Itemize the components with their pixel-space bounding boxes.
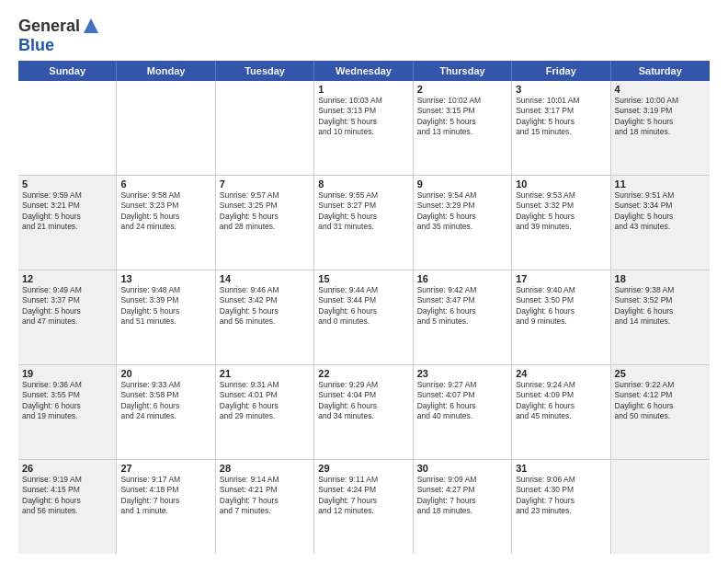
day-number: 6 <box>120 178 210 190</box>
cell-info: Sunrise: 10:00 AM Sunset: 3:19 PM Daylig… <box>615 96 706 138</box>
calendar-cell: 9Sunrise: 9:54 AM Sunset: 3:29 PM Daylig… <box>414 176 512 270</box>
calendar-cell: 4Sunrise: 10:00 AM Sunset: 3:19 PM Dayli… <box>611 81 710 175</box>
calendar-cell: 8Sunrise: 9:55 AM Sunset: 3:27 PM Daylig… <box>314 176 413 270</box>
calendar: SundayMondayTuesdayWednesdayThursdayFrid… <box>18 61 710 554</box>
calendar-week: 5Sunrise: 9:59 AM Sunset: 3:21 PM Daylig… <box>18 176 710 270</box>
page: General Blue SundayMondayTuesdayWednesda… <box>0 0 728 563</box>
day-number: 31 <box>516 463 606 474</box>
svg-marker-1 <box>84 24 98 33</box>
calendar-body: 1Sunrise: 10:03 AM Sunset: 3:13 PM Dayli… <box>18 81 710 554</box>
cell-info: Sunrise: 9:24 AM Sunset: 4:09 PM Dayligh… <box>516 380 606 422</box>
calendar-cell: 11Sunrise: 9:51 AM Sunset: 3:34 PM Dayli… <box>611 176 710 270</box>
weekday-header: Monday <box>117 61 215 81</box>
calendar-cell: 27Sunrise: 9:17 AM Sunset: 4:18 PM Dayli… <box>117 460 215 554</box>
calendar-cell: 18Sunrise: 9:38 AM Sunset: 3:52 PM Dayli… <box>611 270 710 364</box>
cell-info: Sunrise: 9:14 AM Sunset: 4:21 PM Dayligh… <box>220 475 310 517</box>
day-number: 13 <box>120 273 210 284</box>
logo-general: General <box>18 17 80 36</box>
day-number: 17 <box>516 273 606 284</box>
cell-info: Sunrise: 9:46 AM Sunset: 3:42 PM Dayligh… <box>220 285 310 327</box>
cell-info: Sunrise: 9:48 AM Sunset: 3:39 PM Dayligh… <box>120 285 210 327</box>
calendar-cell: 23Sunrise: 9:27 AM Sunset: 4:07 PM Dayli… <box>414 365 512 459</box>
weekday-header: Saturday <box>611 61 710 81</box>
logo: General Blue <box>18 17 100 55</box>
calendar-cell <box>18 81 117 175</box>
cell-info: Sunrise: 9:33 AM Sunset: 3:58 PM Dayligh… <box>120 380 210 422</box>
calendar-cell: 3Sunrise: 10:01 AM Sunset: 3:17 PM Dayli… <box>512 81 610 175</box>
cell-info: Sunrise: 9:59 AM Sunset: 3:21 PM Dayligh… <box>22 190 112 233</box>
cell-info: Sunrise: 9:44 AM Sunset: 3:44 PM Dayligh… <box>318 285 408 327</box>
cell-info: Sunrise: 9:40 AM Sunset: 3:50 PM Dayligh… <box>516 285 606 327</box>
day-number: 5 <box>22 178 112 190</box>
calendar-week: 26Sunrise: 9:19 AM Sunset: 4:15 PM Dayli… <box>18 460 710 554</box>
day-number: 9 <box>417 178 507 190</box>
day-number: 11 <box>615 178 706 190</box>
day-number: 1 <box>318 84 408 95</box>
calendar-cell: 17Sunrise: 9:40 AM Sunset: 3:50 PM Dayli… <box>512 270 610 364</box>
day-number: 21 <box>220 368 310 379</box>
calendar-cell: 6Sunrise: 9:58 AM Sunset: 3:23 PM Daylig… <box>117 176 215 270</box>
day-number: 20 <box>120 368 210 379</box>
cell-info: Sunrise: 9:55 AM Sunset: 3:27 PM Dayligh… <box>318 190 408 233</box>
calendar-cell: 1Sunrise: 10:03 AM Sunset: 3:13 PM Dayli… <box>314 81 413 175</box>
calendar-cell: 22Sunrise: 9:29 AM Sunset: 4:04 PM Dayli… <box>314 365 413 459</box>
day-number: 25 <box>615 368 706 379</box>
calendar-cell: 14Sunrise: 9:46 AM Sunset: 3:42 PM Dayli… <box>216 270 314 364</box>
calendar-cell: 28Sunrise: 9:14 AM Sunset: 4:21 PM Dayli… <box>216 460 314 554</box>
weekday-header: Sunday <box>18 61 117 81</box>
calendar-cell: 15Sunrise: 9:44 AM Sunset: 3:44 PM Dayli… <box>314 270 413 364</box>
calendar-week: 1Sunrise: 10:03 AM Sunset: 3:13 PM Dayli… <box>18 81 710 176</box>
day-number: 2 <box>417 84 507 95</box>
cell-info: Sunrise: 9:51 AM Sunset: 3:34 PM Dayligh… <box>615 190 706 233</box>
weekday-header: Thursday <box>414 61 512 81</box>
calendar-header: SundayMondayTuesdayWednesdayThursdayFrid… <box>18 61 710 81</box>
day-number: 28 <box>220 463 310 474</box>
calendar-cell: 5Sunrise: 9:59 AM Sunset: 3:21 PM Daylig… <box>18 176 117 270</box>
day-number: 24 <box>516 368 606 379</box>
cell-info: Sunrise: 9:27 AM Sunset: 4:07 PM Dayligh… <box>417 380 507 422</box>
calendar-cell: 21Sunrise: 9:31 AM Sunset: 4:01 PM Dayli… <box>216 365 314 459</box>
day-number: 27 <box>120 463 210 474</box>
day-number: 22 <box>318 368 408 379</box>
calendar-cell: 19Sunrise: 9:36 AM Sunset: 3:55 PM Dayli… <box>18 365 117 459</box>
calendar-cell <box>216 81 314 175</box>
cell-info: Sunrise: 10:02 AM Sunset: 3:15 PM Daylig… <box>417 96 507 138</box>
calendar-cell: 12Sunrise: 9:49 AM Sunset: 3:37 PM Dayli… <box>18 270 117 364</box>
cell-info: Sunrise: 9:17 AM Sunset: 4:18 PM Dayligh… <box>120 475 210 517</box>
weekday-header: Wednesday <box>314 61 413 81</box>
calendar-week: 19Sunrise: 9:36 AM Sunset: 3:55 PM Dayli… <box>18 365 710 460</box>
day-number: 7 <box>220 178 310 190</box>
day-number: 4 <box>615 84 706 95</box>
cell-info: Sunrise: 10:03 AM Sunset: 3:13 PM Daylig… <box>318 96 408 138</box>
weekday-header: Tuesday <box>216 61 314 81</box>
calendar-cell <box>117 81 215 175</box>
calendar-cell: 2Sunrise: 10:02 AM Sunset: 3:15 PM Dayli… <box>414 81 512 175</box>
day-number: 19 <box>22 368 112 379</box>
cell-info: Sunrise: 9:29 AM Sunset: 4:04 PM Dayligh… <box>318 380 408 422</box>
day-number: 15 <box>318 273 408 284</box>
cell-info: Sunrise: 9:38 AM Sunset: 3:52 PM Dayligh… <box>615 285 706 327</box>
cell-info: Sunrise: 9:53 AM Sunset: 3:32 PM Dayligh… <box>516 190 606 233</box>
calendar-cell: 7Sunrise: 9:57 AM Sunset: 3:25 PM Daylig… <box>216 176 314 270</box>
day-number: 8 <box>318 178 408 190</box>
calendar-cell: 25Sunrise: 9:22 AM Sunset: 4:12 PM Dayli… <box>611 365 710 459</box>
calendar-cell <box>611 460 710 554</box>
cell-info: Sunrise: 9:22 AM Sunset: 4:12 PM Dayligh… <box>615 380 706 422</box>
cell-info: Sunrise: 9:54 AM Sunset: 3:29 PM Dayligh… <box>417 190 507 233</box>
calendar-cell: 30Sunrise: 9:09 AM Sunset: 4:27 PM Dayli… <box>414 460 512 554</box>
calendar-cell: 24Sunrise: 9:24 AM Sunset: 4:09 PM Dayli… <box>512 365 610 459</box>
calendar-week: 12Sunrise: 9:49 AM Sunset: 3:37 PM Dayli… <box>18 270 710 365</box>
day-number: 12 <box>22 273 112 284</box>
cell-info: Sunrise: 9:19 AM Sunset: 4:15 PM Dayligh… <box>22 475 112 517</box>
calendar-cell: 31Sunrise: 9:06 AM Sunset: 4:30 PM Dayli… <box>512 460 610 554</box>
calendar-cell: 20Sunrise: 9:33 AM Sunset: 3:58 PM Dayli… <box>117 365 215 459</box>
calendar-cell: 29Sunrise: 9:11 AM Sunset: 4:24 PM Dayli… <box>314 460 413 554</box>
day-number: 30 <box>417 463 507 474</box>
day-number: 10 <box>516 178 606 190</box>
cell-info: Sunrise: 9:31 AM Sunset: 4:01 PM Dayligh… <box>220 380 310 422</box>
cell-info: Sunrise: 9:42 AM Sunset: 3:47 PM Dayligh… <box>417 285 507 327</box>
cell-info: Sunrise: 9:49 AM Sunset: 3:37 PM Dayligh… <box>22 285 112 327</box>
day-number: 18 <box>615 273 706 284</box>
cell-info: Sunrise: 9:36 AM Sunset: 3:55 PM Dayligh… <box>22 380 112 422</box>
calendar-cell: 26Sunrise: 9:19 AM Sunset: 4:15 PM Dayli… <box>18 460 117 554</box>
